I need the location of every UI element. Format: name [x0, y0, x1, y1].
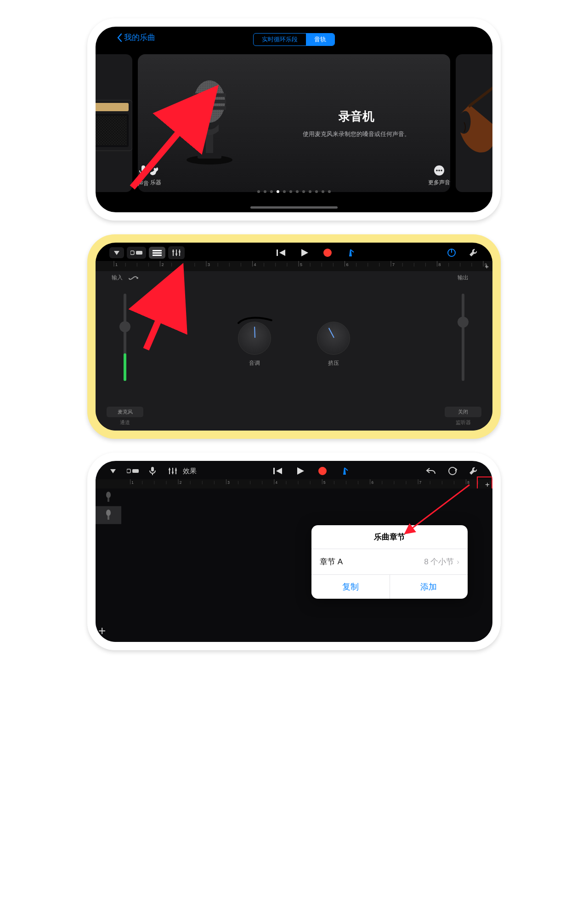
- svg-point-88: [318, 467, 327, 475]
- mic-view-button[interactable]: [149, 466, 156, 476]
- screenshot-1: 我的乐曲 实时循环乐段 音轨: [87, 18, 501, 221]
- recorder-card[interactable]: 录音机 使用麦克风来录制您的嗓音或任何声音。 声音 乐器: [138, 54, 450, 192]
- effects-label[interactable]: 效果: [183, 467, 197, 476]
- microphone-icon: [177, 75, 242, 171]
- view-icon: [127, 468, 139, 474]
- timeline-ruler[interactable]: 12345678 +: [96, 479, 492, 488]
- drive-dial[interactable]: [317, 322, 350, 355]
- svg-rect-11: [193, 106, 226, 110]
- plug-icon[interactable]: [128, 274, 138, 282]
- mic-small-icon: [138, 165, 148, 177]
- timeline-ruler[interactable]: 123456789 +: [96, 261, 492, 271]
- add-track-button[interactable]: +: [98, 624, 106, 638]
- transport-toolbar: [96, 245, 492, 260]
- record-button[interactable]: [323, 248, 332, 257]
- browser-button[interactable]: [109, 247, 124, 258]
- view-icon: [130, 250, 142, 256]
- mixer-button[interactable]: [168, 246, 185, 259]
- svg-text:8: 8: [467, 481, 469, 485]
- wrench-button[interactable]: [469, 248, 479, 258]
- guitar-icon: [149, 165, 163, 176]
- rewind-button[interactable]: [273, 467, 283, 475]
- svg-rect-22: [136, 251, 142, 255]
- seg-tracks[interactable]: 音轨: [306, 34, 334, 45]
- svg-rect-24: [153, 252, 162, 254]
- rewind-button[interactable]: [276, 249, 286, 257]
- svg-point-28: [179, 251, 181, 253]
- triangle-down-icon: [113, 250, 120, 255]
- next-instrument-card[interactable]: [456, 54, 492, 192]
- card-actions: 声音 乐器 更多声音: [138, 165, 450, 187]
- fx-button[interactable]: [168, 467, 177, 475]
- svg-text:2: 2: [180, 481, 182, 485]
- svg-rect-132: [107, 498, 109, 502]
- transport-toolbar: 效果: [96, 464, 492, 478]
- wrench-icon: [469, 248, 479, 258]
- svg-point-18: [438, 170, 440, 171]
- svg-text:3: 3: [227, 481, 230, 485]
- svg-rect-7: [198, 153, 221, 159]
- loop-button[interactable]: [447, 466, 458, 476]
- svg-point-17: [436, 170, 438, 171]
- svg-point-30: [323, 249, 332, 257]
- rewind-icon: [276, 249, 286, 257]
- mic-track-icon: [104, 491, 113, 503]
- more-voices-button[interactable]: 更多声音: [428, 165, 450, 187]
- metronome-button[interactable]: [340, 466, 349, 476]
- svg-text:4: 4: [276, 481, 278, 485]
- play-button[interactable]: [296, 466, 305, 476]
- screenshot-2: 123456789 + 输入 输出: [87, 234, 501, 439]
- track-row[interactable]: [96, 506, 121, 524]
- drive-dial-group: 挤压: [317, 322, 350, 367]
- record-icon: [318, 466, 327, 476]
- back-button[interactable]: 我的乐曲: [117, 32, 155, 43]
- play-button[interactable]: [300, 248, 309, 257]
- channel-selector[interactable]: 麦克风 通道: [107, 407, 143, 426]
- section-row[interactable]: 章节 A 8 个小节 ›: [311, 549, 468, 575]
- sliders-icon: [168, 467, 177, 475]
- voice-button[interactable]: 声音: [138, 165, 149, 187]
- wrench-button[interactable]: [469, 466, 479, 476]
- add-section-plus[interactable]: +: [485, 480, 490, 489]
- chevron-right-icon: ›: [457, 557, 459, 567]
- browser-button[interactable]: [109, 468, 117, 474]
- svg-point-26: [172, 250, 174, 252]
- add-section-plus[interactable]: +: [485, 262, 489, 270]
- card-subtitle: 使用麦克风来录制您的嗓音或任何声音。: [282, 130, 432, 138]
- pitch-dial[interactable]: [238, 322, 271, 355]
- svg-rect-81: [127, 469, 130, 473]
- instrument-button[interactable]: 乐器: [149, 165, 163, 187]
- view-toggle-button[interactable]: [127, 247, 146, 259]
- settings-button[interactable]: [447, 248, 457, 258]
- svg-point-131: [106, 492, 111, 498]
- tracks-view-button[interactable]: [149, 247, 165, 259]
- chevron-left-icon: [117, 33, 122, 42]
- record-button[interactable]: [318, 466, 327, 476]
- svg-rect-25: [153, 255, 162, 256]
- svg-rect-87: [273, 468, 275, 474]
- svg-rect-3: [96, 116, 127, 145]
- svg-text:3: 3: [208, 262, 210, 267]
- undo-button[interactable]: [425, 466, 436, 476]
- seg-live-loops[interactable]: 实时循环乐段: [254, 34, 306, 45]
- mode-segmented[interactable]: 实时循环乐段 音轨: [253, 33, 335, 46]
- svg-point-86: [175, 469, 177, 471]
- svg-rect-134: [107, 516, 109, 520]
- duplicate-button[interactable]: 复制: [311, 575, 390, 599]
- view-toggle-button[interactable]: [127, 468, 139, 474]
- svg-point-133: [106, 510, 111, 516]
- screenshot-3: 效果 12345678 +: [87, 453, 501, 650]
- violin-icon: [456, 86, 492, 160]
- page-dots: [96, 190, 492, 193]
- svg-rect-21: [130, 251, 134, 255]
- metronome-button[interactable]: [346, 248, 355, 257]
- add-section-button[interactable]: 添加: [390, 575, 468, 599]
- metronome-icon: [346, 248, 355, 257]
- track-row[interactable]: [96, 488, 121, 506]
- prev-instrument-card[interactable]: [96, 54, 132, 192]
- monitor-toggle[interactable]: 关闭 监听器: [445, 407, 481, 426]
- more-icon: [434, 165, 445, 176]
- svg-text:8: 8: [439, 262, 441, 267]
- svg-text:5: 5: [300, 262, 302, 267]
- svg-rect-29: [277, 250, 278, 256]
